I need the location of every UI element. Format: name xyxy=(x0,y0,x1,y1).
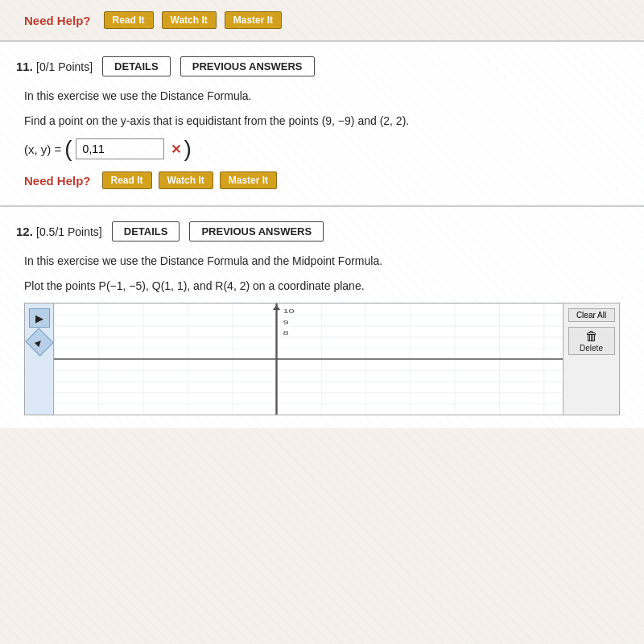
q11-watch-it-button[interactable]: Watch It xyxy=(159,171,213,189)
trash-icon: 🗑 xyxy=(585,329,598,344)
question-12-number: 12. [0.5/1 Points] xyxy=(16,225,102,238)
cursor-tool-button[interactable]: ▶ xyxy=(29,308,50,328)
question-12-block: 12. [0.5/1 Points] DETAILS PREVIOUS ANSW… xyxy=(0,207,644,428)
question-11-block: 11. [0/1 Points] DETAILS PREVIOUS ANSWER… xyxy=(0,42,644,207)
q11-question-text: Find a point on the y-axis that is equid… xyxy=(24,113,620,130)
question-12-body: In this exercise we use the Distance For… xyxy=(16,253,620,415)
q11-details-button[interactable]: DETAILS xyxy=(102,56,171,76)
q11-need-help-label: Need Help? xyxy=(24,174,91,188)
top-read-it-button[interactable]: Read It xyxy=(104,11,154,29)
graph-right-panel: Clear All 🗑 Delete xyxy=(563,303,619,415)
svg-text:10: 10 xyxy=(283,307,294,314)
q11-answer-input[interactable] xyxy=(76,138,164,159)
q11-x-mark: ✕ xyxy=(171,142,181,157)
q11-open-paren: ( xyxy=(64,138,72,160)
question-11-number: 11. [0/1 Points] xyxy=(16,60,93,73)
q11-answer-prefix: (x, y) = xyxy=(24,142,61,156)
graph-tools-panel: ▶ ▲ xyxy=(25,303,54,415)
top-need-help-section: Need Help? Read It Watch It Master It xyxy=(0,0,644,42)
q11-prev-answers-button[interactable]: PREVIOUS ANSWERS xyxy=(180,56,315,76)
graph-inner: ▶ ▲ xyxy=(25,303,619,415)
q11-read-it-button[interactable]: Read It xyxy=(102,171,152,189)
q11-close-paren: ) xyxy=(184,138,192,160)
q12-question-text: Plot the points P(−1, −5), Q(1, 1), and … xyxy=(24,278,620,295)
arrow-tool-button[interactable]: ▲ xyxy=(25,328,53,356)
graph-canvas[interactable]: 10 9 8 xyxy=(54,303,563,415)
question-12-header: 12. [0.5/1 Points] DETAILS PREVIOUS ANSW… xyxy=(16,221,620,242)
top-watch-it-button[interactable]: Watch It xyxy=(162,11,217,29)
delete-button[interactable]: 🗑 Delete xyxy=(568,327,615,355)
top-master-it-button[interactable]: Master It xyxy=(225,11,282,29)
q11-answer-row: (x, y) = ( ✕ ) xyxy=(24,138,620,160)
delete-label: Delete xyxy=(580,344,603,353)
q12-intro-text: In this exercise we use the Distance For… xyxy=(24,253,620,270)
top-need-help-label: Need Help? xyxy=(24,14,91,27)
svg-text:9: 9 xyxy=(283,318,288,325)
question-11-body: In this exercise we use the Distance For… xyxy=(16,88,620,189)
svg-text:8: 8 xyxy=(283,329,288,336)
q12-prev-answers-button[interactable]: PREVIOUS ANSWERS xyxy=(189,221,324,242)
graph-svg: 10 9 8 xyxy=(54,303,563,415)
q12-graph-area[interactable]: ▶ ▲ xyxy=(24,303,620,415)
question-11-header: 11. [0/1 Points] DETAILS PREVIOUS ANSWER… xyxy=(16,56,620,76)
q11-intro-text: In this exercise we use the Distance For… xyxy=(24,88,620,105)
q11-need-help-row: Need Help? Read It Watch It Master It xyxy=(24,171,620,189)
q12-details-button[interactable]: DETAILS xyxy=(112,221,180,242)
q11-master-it-button[interactable]: Master It xyxy=(220,171,277,189)
clear-all-button[interactable]: Clear All xyxy=(568,308,615,322)
